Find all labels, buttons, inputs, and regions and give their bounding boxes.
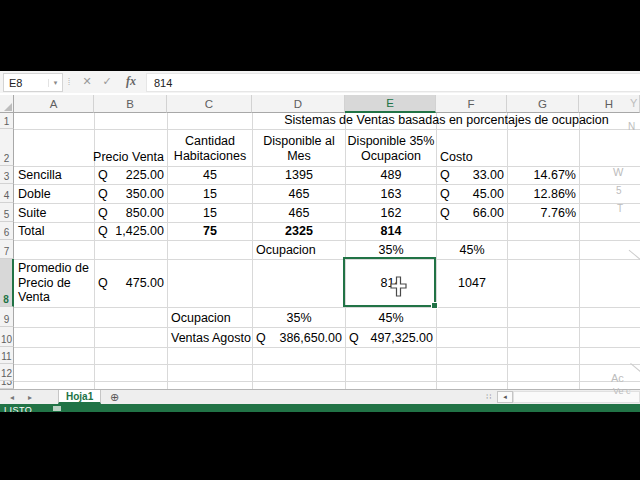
sheet-tab-bar: ◂ ▸ Hoja1 ⊕ ⁞⁞ ◂ <box>0 389 640 404</box>
formula-input[interactable]: 814 <box>146 73 640 92</box>
cell-C4[interactable]: 15 <box>167 184 252 203</box>
column-header-A[interactable]: A <box>14 95 94 113</box>
hscroll-track[interactable] <box>513 391 640 403</box>
sheet-tab-hoja1[interactable]: Hoja1 <box>58 390 101 404</box>
gridline <box>0 364 640 365</box>
cell-E7[interactable]: 35% <box>345 240 436 259</box>
excel-window: E8 ▾ ⁞ ✕ ✓ fx 814 ABCDEFGH 1234567891011… <box>0 0 640 480</box>
cell-C2[interactable]: CantidadHabitaciones <box>167 129 252 166</box>
row-header-10[interactable]: 10 <box>0 327 14 347</box>
row-header-5[interactable]: 5 <box>0 203 14 222</box>
hscroll-left-icon[interactable]: ◂ <box>497 391 513 403</box>
cell-A3[interactable]: Sencilla <box>14 166 94 184</box>
column-header-D[interactable]: D <box>252 95 345 113</box>
column-header-F[interactable]: F <box>436 95 507 113</box>
cell-A6[interactable]: Total <box>14 222 94 240</box>
cell-A8[interactable]: Promedio de Precio de Venta <box>14 259 94 307</box>
cell-A4[interactable]: Doble <box>14 184 94 203</box>
sheet-nav-left-icon[interactable]: ◂ <box>10 393 14 402</box>
watermark-fragment: Ac <box>611 372 624 384</box>
row-header-3[interactable]: 3 <box>0 166 14 184</box>
macro-record-icon[interactable] <box>53 406 61 411</box>
column-header-C[interactable]: C <box>167 95 252 113</box>
watermark-fragment: W <box>613 166 623 178</box>
letterbox-bottom <box>0 412 640 480</box>
cell-title-D1[interactable]: Sistemas de Ventas basadas en porcentaje… <box>252 113 640 129</box>
cell-F3[interactable]: Q33.00 <box>436 166 507 184</box>
column-header-G[interactable]: G <box>507 95 579 113</box>
cell-F2[interactable]: Costo <box>436 129 507 166</box>
add-sheet-icon[interactable]: ⊕ <box>110 391 119 404</box>
watermark-fragment: 5 <box>616 185 622 196</box>
row-header-11[interactable]: 11 <box>0 347 14 364</box>
cell-E9[interactable]: 45% <box>345 307 436 327</box>
cell-D3[interactable]: 1395 <box>252 166 345 184</box>
cell-D10[interactable]: Q386,650.00 <box>252 327 345 347</box>
cell-C10[interactable]: Ventas Agosto <box>167 327 252 347</box>
watermark-fragment: T <box>617 203 623 214</box>
cell-B8[interactable]: Q475.00 <box>94 259 167 307</box>
cell-B3[interactable]: Q225.00 <box>94 166 167 184</box>
cell-G3[interactable]: 14.67% <box>507 166 579 184</box>
row-header-1[interactable]: 1 <box>0 113 14 129</box>
cancel-icon[interactable]: ✕ <box>79 73 95 90</box>
cell-G5[interactable]: 7.76% <box>507 203 579 222</box>
status-mode-label: LISTO <box>4 405 32 412</box>
name-box[interactable]: E8 ▾ <box>3 73 63 92</box>
cell-D5[interactable]: 465 <box>252 203 345 222</box>
cell-A5[interactable]: Suite <box>14 203 94 222</box>
cell-E3[interactable]: 489 <box>345 166 436 184</box>
cell-B5[interactable]: Q850.00 <box>94 203 167 222</box>
cell-E4[interactable]: 163 <box>345 184 436 203</box>
formula-value: 814 <box>154 77 172 89</box>
cell-E8-selected[interactable]: 814 <box>345 259 436 307</box>
row-header-6[interactable]: 6 <box>0 222 14 240</box>
select-all-corner[interactable] <box>0 95 14 113</box>
cell-B6[interactable]: Q1,425.00 <box>94 222 167 240</box>
cell-C9[interactable]: Ocupacion <box>167 307 252 327</box>
cell-D4[interactable]: 465 <box>252 184 345 203</box>
sheet-nav-right-icon[interactable]: ▸ <box>28 393 32 402</box>
cell-E5[interactable]: 162 <box>345 203 436 222</box>
row-header-7[interactable]: 7 <box>0 240 14 259</box>
cell-D9[interactable]: 35% <box>252 307 345 327</box>
formula-bar-handle-icon: ⁞ <box>65 73 73 90</box>
cell-F5[interactable]: Q66.00 <box>436 203 507 222</box>
cell-E2[interactable]: Disponible 35%Ocupacion <box>345 129 436 166</box>
cell-G4[interactable]: 12.86% <box>507 184 579 203</box>
cell-C6[interactable]: 75 <box>167 222 252 240</box>
column-header-B[interactable]: B <box>94 95 167 113</box>
cell-D2[interactable]: Disponible alMes <box>252 129 345 166</box>
cell-E10[interactable]: Q497,325.00 <box>345 327 436 347</box>
letterbox-top <box>0 0 640 71</box>
formula-bar: E8 ▾ ⁞ ✕ ✓ fx 814 <box>0 71 640 93</box>
insert-function-icon[interactable]: fx <box>121 73 141 90</box>
cell-F4[interactable]: Q45.00 <box>436 184 507 203</box>
column-header-E[interactable]: E <box>345 95 436 113</box>
cell-F8[interactable]: 1047 <box>436 259 507 307</box>
cell-C3[interactable]: 45 <box>167 166 252 184</box>
cell-D7[interactable]: Ocupacion <box>252 240 345 259</box>
gridline <box>0 347 640 348</box>
name-box-value: E8 <box>4 77 48 89</box>
gridline <box>0 381 640 382</box>
row-header-13[interactable]: 13 <box>0 381 14 389</box>
tab-splitter-icon[interactable]: ⁞⁞ <box>486 392 492 401</box>
enter-icon[interactable]: ✓ <box>99 73 115 90</box>
row-header-8[interactable]: 8 <box>0 259 14 307</box>
row-header-4[interactable]: 4 <box>0 184 14 203</box>
status-bar: LISTO <box>0 404 640 412</box>
row-header-2[interactable]: 2 <box>0 129 14 166</box>
cell-B2[interactable]: Precio Venta <box>94 129 167 166</box>
cell-F7[interactable]: 45% <box>436 240 507 259</box>
name-box-dropdown-icon[interactable]: ▾ <box>48 79 62 87</box>
cell-E6[interactable]: 814 <box>345 222 436 240</box>
cell-B4[interactable]: Q350.00 <box>94 184 167 203</box>
row-header-9[interactable]: 9 <box>0 307 14 327</box>
cell-C5[interactable]: 15 <box>167 203 252 222</box>
row-header-12[interactable]: 12 <box>0 364 14 381</box>
column-header-H[interactable]: H <box>579 95 640 113</box>
cell-D6[interactable]: 2325 <box>252 222 345 240</box>
